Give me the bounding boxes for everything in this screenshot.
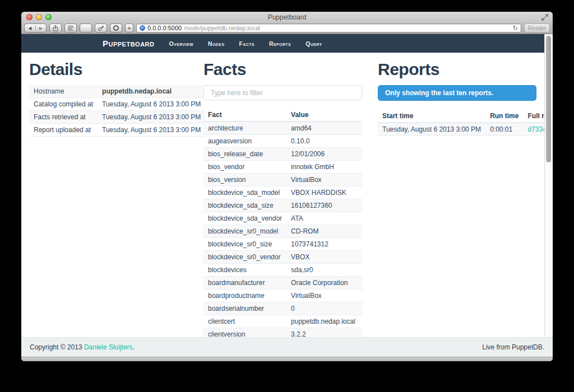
password-extension-button[interactable] [95, 24, 107, 32]
reports-col-full: Full report [523, 110, 545, 123]
table-cell: 1073741312 [286, 238, 362, 251]
key-icon [98, 25, 104, 31]
table-row: blockdevicessda,sr0 [203, 264, 362, 277]
window-title: Puppetboard [268, 13, 307, 21]
table-cell: 0 [286, 302, 362, 315]
table-row: Hostnamepuppetdb.nedap.local [29, 85, 205, 98]
table-row: Tuesday, August 6 2013 3:00 PM0:00:01d73… [378, 123, 545, 136]
browser-window: Puppetboard ◀ ▶ [21, 12, 553, 361]
traffic-lights [26, 14, 52, 20]
reader-button[interactable]: Reader [524, 24, 550, 32]
table-cell: architecture [203, 122, 286, 135]
reports-col-run: Run time [485, 110, 523, 123]
nav-item-nodes[interactable]: Nodes [208, 40, 224, 47]
circle-extension-button[interactable] [110, 24, 122, 32]
table-row: boardproductnameVirtualBox [203, 290, 362, 302]
scrollbar-track[interactable] [544, 34, 552, 337]
table-cell: amd64 [286, 122, 362, 135]
nav-item-overview[interactable]: Overview [169, 40, 194, 47]
table-cell: blockdevice_sda_size [203, 199, 286, 212]
fullscreen-icon[interactable] [541, 14, 548, 21]
table-row: bios_release_date12/01/2006 [203, 148, 362, 161]
live-from-text: Live from PuppetDB. [482, 343, 544, 351]
navbar-brand[interactable]: Puppetboard [103, 39, 155, 48]
facts-section: Facts Fact Value architectureamd64augeas… [196, 53, 370, 337]
table-row: clientcertpuppetdb.nedap.local [203, 315, 362, 328]
window-titlebar: Puppetboard [21, 12, 553, 22]
share-button[interactable] [49, 24, 62, 32]
back-forward-buttons[interactable]: ◀ ▶ [24, 24, 47, 32]
table-cell: blockdevices [203, 264, 286, 277]
table-cell: Catalog compiled at [29, 98, 98, 111]
table-cell: clientversion [203, 328, 286, 338]
table-row: boardserialnumber0 [203, 302, 362, 315]
nav-item-query[interactable]: Query [305, 40, 322, 47]
table-cell: 16106127360 [286, 199, 362, 212]
page-footer: Copyright © 2013 Daniele Sluijters. Live… [21, 337, 553, 357]
address-bar[interactable]: 0.0.0.0:5000 /node/puppetdb.nedap.local … [136, 24, 521, 32]
table-cell: VBOX [286, 251, 362, 264]
page-viewport: Puppetboard Overview Nodes Facts Reports… [21, 34, 553, 361]
table-cell: boardmanufacturer [203, 277, 286, 290]
table-row: bios_versionVirtualBox [203, 174, 362, 186]
facts-heading: Facts [203, 60, 362, 79]
table-cell: Facts retrieved at [29, 111, 98, 124]
table-cell: CD-ROM [286, 225, 362, 238]
forward-icon[interactable]: ▶ [35, 26, 47, 31]
table-cell: 12/01/2006 [286, 148, 362, 161]
table-cell: Tuesday, August 6 2013 3:00 PM [98, 124, 205, 137]
nav-item-reports[interactable]: Reports [269, 40, 291, 47]
table-row: blockdevice_sda_size16106127360 [203, 199, 362, 212]
table-row: blockdevice_sr0_size1073741312 [203, 238, 362, 251]
refresh-icon[interactable]: ↻ [513, 25, 518, 32]
facts-col-fact: Fact [203, 109, 286, 122]
table-row: augeasversion0.10.0 [203, 135, 362, 148]
blank-extension-button[interactable] [80, 24, 92, 32]
navbar-items: Overview Nodes Facts Reports Query [169, 40, 322, 47]
facts-col-value: Value [286, 109, 362, 122]
table-cell: bios_release_date [203, 148, 286, 161]
author-link[interactable]: Daniele Sluijters [84, 343, 133, 351]
app-navbar: Puppetboard Overview Nodes Facts Reports… [21, 34, 545, 53]
table-cell: augeasversion [203, 135, 286, 148]
table-cell: VBOX HARDDISK [286, 186, 362, 199]
back-icon[interactable]: ◀ [25, 26, 35, 31]
window-bottom-bar [21, 357, 553, 361]
facts-table: Fact Value architectureamd64augeasversio… [203, 109, 362, 337]
table-cell: 0.10.0 [286, 135, 362, 148]
nav-item-facts[interactable]: Facts [239, 40, 254, 47]
table-row: architectureamd64 [203, 122, 362, 135]
table-row: clientversion3.2.2 [203, 328, 362, 338]
close-window-button[interactable] [26, 14, 33, 20]
details-table: Hostnamepuppetdb.nedap.localCatalog comp… [29, 85, 205, 137]
details-section: Details Hostnamepuppetdb.nedap.localCata… [21, 53, 196, 337]
report-hash-link[interactable]: d7334a... [527, 125, 545, 133]
minimize-window-button[interactable] [36, 14, 42, 20]
table-row: Report uploaded atTuesday, August 6 2013… [29, 124, 205, 137]
reports-alert: Only showing the last ten reports. [378, 85, 536, 101]
table-row: blockdevice_sr0_vendorVBOX [203, 251, 362, 264]
new-tab-button[interactable]: + [125, 24, 133, 32]
table-cell: Tuesday, August 6 2013 3:00 PM [98, 98, 205, 111]
table-cell: VirtualBox [286, 174, 362, 186]
main-content: Details Hostnamepuppetdb.nedap.localCata… [21, 53, 545, 337]
reports-col-start: Start time [378, 110, 485, 123]
table-row: Catalog compiled atTuesday, August 6 201… [29, 98, 205, 111]
table-cell: Oracle Corporation [286, 277, 362, 290]
facts-filter-input[interactable] [203, 85, 362, 100]
table-cell: blockdevice_sr0_vendor [203, 251, 286, 264]
list-lines-icon [67, 25, 74, 31]
table-cell: Report uploaded at [29, 124, 98, 137]
table-cell: Hostname [29, 85, 98, 98]
scrollbar-thumb[interactable] [546, 36, 551, 162]
table-cell: clientcert [203, 315, 286, 328]
table-cell: blockdevice_sr0_model [203, 225, 286, 238]
copyright-text: Copyright © 2013 Daniele Sluijters. [30, 343, 135, 351]
zoom-window-button[interactable] [45, 14, 52, 20]
table-cell: ATA [286, 212, 362, 225]
table-row: blockdevice_sda_vendorATA [203, 212, 362, 225]
share-icon [52, 25, 59, 31]
table-cell: bios_vendor [203, 161, 286, 174]
reading-list-button[interactable] [64, 24, 77, 32]
table-cell: blockdevice_sr0_size [203, 238, 286, 251]
